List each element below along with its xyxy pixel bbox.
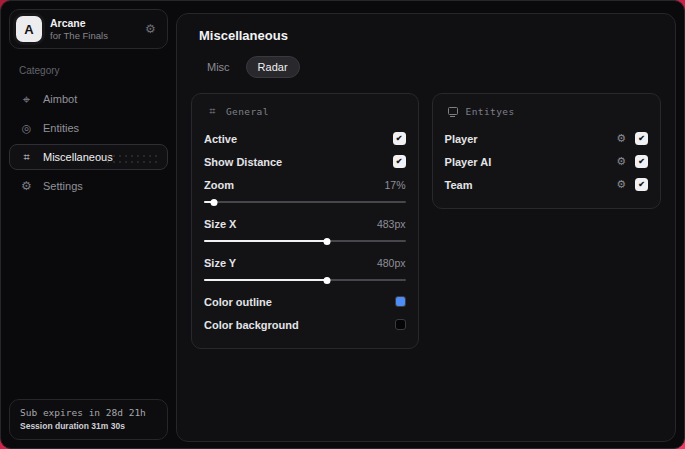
entity-controls xyxy=(616,155,648,168)
slider-thumb[interactable] xyxy=(323,277,330,284)
sidebar-item-aimbot[interactable]: Aimbot xyxy=(9,86,168,112)
setting-show-distance: Show Distance xyxy=(204,150,406,173)
slider-label-row: Size Y480px xyxy=(204,251,406,274)
app-subtitle: for The Finals xyxy=(50,30,136,42)
page-title: Miscellaneous xyxy=(199,28,661,43)
gear-icon xyxy=(20,180,33,192)
checkbox-team[interactable] xyxy=(635,178,648,191)
panel-title: Entityes xyxy=(466,106,515,117)
sidebar-item-label: Miscellaneous xyxy=(43,151,113,163)
sidebar-item-label: Settings xyxy=(43,180,83,192)
sidebar-item-miscellaneous[interactable]: Miscellaneous xyxy=(9,144,168,170)
slider-track-zoom[interactable] xyxy=(204,201,406,203)
panel-header: Entityes xyxy=(447,106,648,117)
sidebar-nav: AimbotEntitiesMiscellaneousSettings xyxy=(9,86,168,199)
monitor-icon xyxy=(447,106,459,117)
setting-label: Player AI xyxy=(445,156,617,168)
setting-value: 17% xyxy=(385,179,406,191)
setting-label: Team xyxy=(445,179,617,191)
checkbox-player-ai[interactable] xyxy=(635,155,648,168)
slider-fill xyxy=(204,240,327,242)
app-logo: A xyxy=(16,16,42,42)
app-title: Arcane xyxy=(50,17,136,30)
checkbox-show-distance[interactable] xyxy=(393,155,406,168)
setting-zoom: Zoom17% xyxy=(204,173,406,203)
slider-label-row: Zoom17% xyxy=(204,173,406,196)
sidebar-item-label: Entities xyxy=(43,122,79,134)
checkbox-player[interactable] xyxy=(635,132,648,145)
category-label: Category xyxy=(19,65,168,76)
gear-icon[interactable] xyxy=(616,156,626,167)
sliders-icon xyxy=(206,106,219,117)
setting-label: Size Y xyxy=(204,257,377,269)
tab-bar: MiscRadar xyxy=(195,56,661,78)
gear-icon[interactable] xyxy=(144,23,157,35)
scan-icon xyxy=(20,123,33,134)
setting-player-ai: Player AI xyxy=(445,150,648,173)
gear-icon[interactable] xyxy=(616,179,626,190)
crosshair-icon xyxy=(20,93,33,106)
color-swatch-color-outline[interactable] xyxy=(395,296,406,307)
setting-color-outline: Color outline xyxy=(204,290,406,313)
setting-label: Color outline xyxy=(204,296,395,308)
checkbox-active[interactable] xyxy=(393,132,406,145)
slider-thumb[interactable] xyxy=(323,238,330,245)
setting-active: Active xyxy=(204,127,406,150)
panel-header: General xyxy=(206,106,406,117)
setting-label: Color background xyxy=(204,319,395,331)
tab-radar[interactable]: Radar xyxy=(246,56,300,78)
tab-misc[interactable]: Misc xyxy=(195,56,242,78)
sidebar-header-card: A Arcane for The Finals xyxy=(9,9,168,49)
slider-thumb[interactable] xyxy=(211,199,218,206)
color-swatch-color-background[interactable] xyxy=(395,319,406,330)
slider-label-row: Size X483px xyxy=(204,212,406,235)
sub-expiry-text: Sub expires in 28d 21h xyxy=(20,407,157,418)
setting-color-background: Color background xyxy=(204,313,406,336)
setting-label: Size X xyxy=(204,218,377,230)
sidebar: A Arcane for The Finals Category AimbotE… xyxy=(1,1,176,448)
setting-label: Zoom xyxy=(204,179,385,191)
gear-icon[interactable] xyxy=(616,133,626,144)
sliders-icon xyxy=(20,152,33,163)
setting-label: Active xyxy=(204,133,393,145)
panels-container: GeneralActiveShow DistanceZoom17%Size X4… xyxy=(191,93,661,349)
setting-player: Player xyxy=(445,127,648,150)
subscription-card: Sub expires in 28d 21h Session duration … xyxy=(9,399,168,440)
setting-label: Player xyxy=(445,133,617,145)
main-panel: Miscellaneous MiscRadar GeneralActiveSho… xyxy=(176,13,676,442)
sidebar-item-settings[interactable]: Settings xyxy=(9,173,168,199)
setting-size-x: Size X483px xyxy=(204,212,406,242)
setting-value: 480px xyxy=(377,257,406,269)
panel-entityes: EntityesPlayerPlayer AITeam xyxy=(432,93,661,209)
panel-general: GeneralActiveShow DistanceZoom17%Size X4… xyxy=(191,93,419,349)
session-duration-text: Session duration 31m 30s xyxy=(20,421,157,431)
slider-fill xyxy=(204,279,327,281)
slider-track-size-x[interactable] xyxy=(204,240,406,242)
setting-label: Show Distance xyxy=(204,156,393,168)
panel-title: General xyxy=(226,106,269,117)
sidebar-item-entities[interactable]: Entities xyxy=(9,115,168,141)
setting-size-y: Size Y480px xyxy=(204,251,406,281)
app-window: A Arcane for The Finals Category AimbotE… xyxy=(0,0,685,449)
setting-value: 483px xyxy=(377,218,406,230)
sidebar-item-label: Aimbot xyxy=(43,93,77,105)
entity-controls xyxy=(616,178,648,191)
slider-track-size-y[interactable] xyxy=(204,279,406,281)
entity-controls xyxy=(616,132,648,145)
setting-team: Team xyxy=(445,173,648,196)
